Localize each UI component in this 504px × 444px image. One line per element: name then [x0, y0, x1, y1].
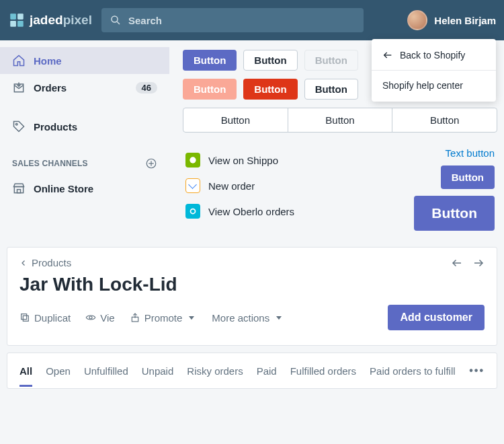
button-danger[interactable]: Button [243, 79, 297, 100]
button-default-2[interactable]: Button [304, 79, 358, 100]
duplicate-icon [19, 312, 30, 323]
plus-circle-icon[interactable] [145, 157, 157, 170]
sidebar-products-label: Products [34, 121, 77, 133]
action-bar: Duplicat Vie Promote More actions Add cu… [19, 305, 485, 330]
eye-icon [85, 312, 96, 323]
share-icon [130, 312, 140, 323]
shippo-icon [185, 153, 200, 168]
logo[interactable]: jadedpixel [8, 11, 92, 29]
tab-paid[interactable]: Paid [257, 355, 277, 387]
svg-point-21 [89, 316, 92, 319]
dropdown-help[interactable]: Shopify help center [372, 73, 496, 98]
action-shippo-label: View on Shippo [208, 155, 278, 166]
svg-rect-20 [23, 316, 28, 321]
chevron-left-icon [19, 259, 28, 267]
breadcrumb-label: Products [32, 257, 71, 268]
promote-label: Promote [144, 312, 183, 324]
breadcrumb[interactable]: Products [19, 257, 177, 268]
tab-unfulfilled[interactable]: Unfulfilled [84, 355, 128, 387]
svg-point-4 [112, 16, 118, 22]
action-new-order[interactable]: New order [183, 173, 401, 198]
svg-point-9 [15, 123, 17, 125]
tab-risky[interactable]: Risky orders [187, 355, 243, 387]
sidebar: Home Orders 46 Products SALES CHANNELS O… [0, 40, 169, 240]
arrow-next-icon[interactable] [472, 257, 485, 269]
user-name: Helen Birjam [434, 15, 496, 26]
seg-3[interactable]: Button [392, 108, 497, 132]
button-danger-light[interactable]: Button [183, 79, 237, 100]
action-shippo[interactable]: View on Shippo [183, 147, 401, 173]
svg-rect-3 [17, 21, 24, 27]
page-head: Products Jar With Lock-Lid [19, 257, 485, 295]
svg-line-5 [117, 22, 120, 24]
avatar [407, 10, 427, 30]
svg-point-15 [190, 157, 196, 163]
view-label: Vie [100, 312, 114, 324]
more-actions-label: More actions [212, 312, 269, 324]
tabs-card: All Open Unfulfilled Unpaid Risky orders… [7, 353, 497, 389]
logo-text-strong: jaded [30, 13, 63, 27]
action-oberlo[interactable]: View Oberlo orders [183, 198, 401, 224]
sidebar-item-orders[interactable]: Orders 46 [0, 74, 169, 101]
tab-unpaid[interactable]: Unpaid [142, 355, 174, 387]
home-icon [12, 54, 26, 67]
logo-icon [8, 11, 26, 29]
tab-fulfilled[interactable]: Fulfilled orders [290, 355, 356, 387]
user-menu[interactable]: Helen Birjam [407, 10, 496, 30]
button-large[interactable]: Button [414, 196, 495, 231]
sidebar-orders-label: Orders [34, 82, 67, 94]
sidebar-online-store-label: Online Store [34, 183, 93, 194]
search-placeholder: Search [128, 15, 162, 26]
sidebar-item-home[interactable]: Home [0, 47, 169, 74]
seg-1[interactable]: Button [183, 108, 288, 132]
tab-open[interactable]: Open [46, 355, 71, 387]
orders-badge: 46 [136, 82, 157, 94]
tab-overflow[interactable]: ••• [469, 365, 485, 377]
svg-rect-19 [22, 314, 27, 320]
text-button[interactable]: Text button [446, 147, 495, 159]
duplicate-label: Duplicat [34, 312, 71, 324]
caret-down-icon [274, 312, 284, 323]
action-new-order-label: New order [208, 180, 255, 192]
sidebar-item-products[interactable]: Products [0, 113, 169, 140]
tabs: All Open Unfulfilled Unpaid Risky orders… [19, 353, 485, 388]
page-nav [451, 257, 485, 269]
button-default[interactable]: Button [243, 50, 297, 71]
seg-2[interactable]: Button [288, 108, 393, 132]
store-icon [12, 182, 26, 195]
tag-icon [12, 120, 26, 133]
svg-rect-0 [10, 13, 16, 20]
dropdown-help-label: Shopify help center [382, 80, 463, 91]
orders-icon [12, 81, 26, 94]
dropdown-back[interactable]: Back to Shopify [372, 43, 496, 67]
svg-point-16 [191, 209, 196, 214]
button-primary[interactable]: Button [183, 50, 237, 71]
caret-down-icon [186, 312, 197, 323]
segmented-buttons: Button Button Button [183, 108, 497, 133]
page-title: Jar With Lock-Lid [19, 274, 177, 295]
side-buttons: Text button Button Button [414, 147, 495, 231]
oberlo-icon [185, 204, 200, 219]
sidebar-item-online-store[interactable]: Online Store [0, 175, 169, 202]
svg-marker-25 [276, 316, 282, 320]
action-oberlo-label: View Oberlo orders [208, 206, 294, 217]
new-order-icon [185, 178, 200, 193]
topbar: jadedpixel Search Helen Birjam [0, 0, 504, 40]
tab-all[interactable]: All [19, 355, 32, 387]
button-medium[interactable]: Button [441, 165, 495, 189]
sidebar-home-label: Home [34, 55, 62, 67]
svg-marker-24 [189, 316, 194, 320]
arrow-prev-icon[interactable] [451, 257, 463, 269]
tab-paid-to-fulfill[interactable]: Paid orders to fulfill [370, 355, 456, 387]
view-action[interactable]: Vie [85, 312, 114, 324]
promote-action[interactable]: Promote [130, 312, 198, 324]
add-customer-button[interactable]: Add customer [388, 305, 485, 330]
middle-area: View on Shippo New order View Oberlo ord… [183, 147, 497, 231]
svg-rect-1 [17, 13, 24, 20]
action-list: View on Shippo New order View Oberlo ord… [183, 147, 401, 231]
duplicate-action[interactable]: Duplicat [19, 312, 71, 324]
search-input[interactable]: Search [101, 8, 364, 32]
more-actions[interactable]: More actions [212, 312, 284, 324]
button-disabled: Button [304, 50, 358, 71]
divider [372, 70, 496, 71]
